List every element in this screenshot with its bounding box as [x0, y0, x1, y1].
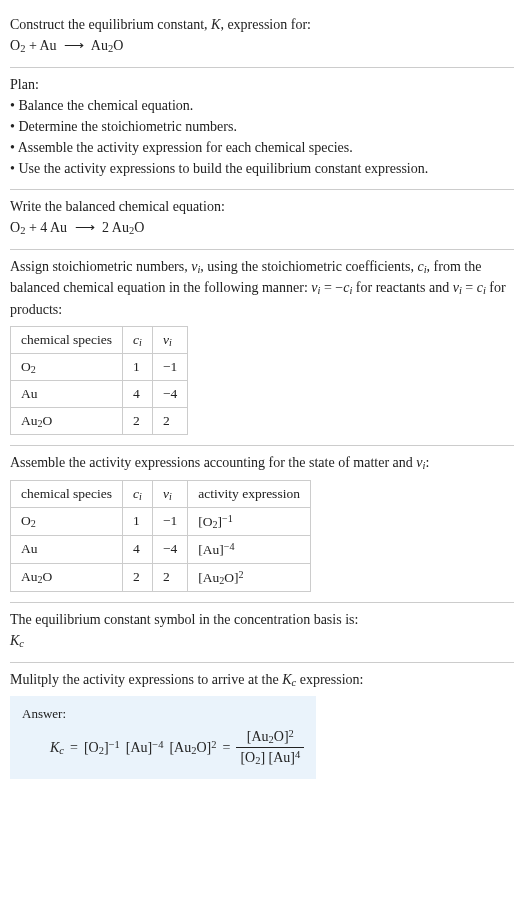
- question-equation: O2 + Au ⟶ Au2O: [10, 35, 514, 57]
- cell-ci: 4: [123, 535, 153, 563]
- cell-ci: 2: [123, 563, 153, 591]
- answer-box: Answer: Kc = [O2]−1 [Au]−4 [Au2O]2 = [Au…: [10, 696, 316, 779]
- symbol-K: K: [211, 17, 220, 32]
- question-section: Construct the equilibrium constant, K, e…: [10, 8, 514, 67]
- cell-nui: −1: [152, 354, 187, 381]
- col-activity: activity expression: [188, 480, 311, 507]
- table-row: Au 4 −4: [11, 381, 188, 408]
- reactant-O2: O2: [10, 38, 25, 53]
- Kc: Kc: [50, 740, 64, 756]
- reaction-arrow-icon: ⟶: [71, 220, 99, 235]
- answer-label: Answer:: [22, 706, 304, 722]
- rhs: 2 Au2O: [99, 220, 145, 235]
- table-row: Au 4 −4 [Au]−4: [11, 535, 311, 563]
- cell-activity: [Au]−4: [188, 535, 311, 563]
- stoich-table: chemical species ci νi O2 1 −1 Au 4 −4 A…: [10, 326, 188, 435]
- col-species: chemical species: [11, 327, 123, 354]
- balanced-equation: O2 + 4 Au ⟶ 2 Au2O: [10, 217, 514, 239]
- cell-species: O2: [11, 507, 123, 535]
- reaction-arrow-icon: ⟶: [60, 38, 88, 53]
- symbol-section: The equilibrium constant symbol in the c…: [10, 603, 514, 662]
- col-nui: νi: [152, 480, 187, 507]
- lhs: O2 + 4 Au: [10, 220, 71, 235]
- final-section: Mulitply the activity expressions to arr…: [10, 663, 514, 790]
- table-row: O2 1 −1 [O2]−1: [11, 507, 311, 535]
- cell-nui: −4: [152, 381, 187, 408]
- col-nui: νi: [152, 327, 187, 354]
- cell-species: Au2O: [11, 408, 123, 435]
- cell-activity: [Au2O]2: [188, 563, 311, 591]
- equals: =: [222, 740, 230, 756]
- table-row: O2 1 −1: [11, 354, 188, 381]
- plan-title: Plan:: [10, 74, 514, 95]
- cell-ci: 2: [123, 408, 153, 435]
- plan-section: Plan: • Balance the chemical equation. •…: [10, 68, 514, 189]
- cell-ci: 1: [123, 507, 153, 535]
- col-species: chemical species: [11, 480, 123, 507]
- balanced-title: Write the balanced chemical equation:: [10, 196, 514, 217]
- cell-species: Au: [11, 381, 123, 408]
- question-text-b: , expression for:: [220, 17, 311, 32]
- cell-species: O2: [11, 354, 123, 381]
- fraction: [Au2O]2 [O2] [Au]4: [236, 728, 304, 767]
- table-header-row: chemical species ci νi activity expressi…: [11, 480, 311, 507]
- term-Au: [Au]−4: [126, 739, 164, 756]
- symbol-Kc: Kc: [10, 630, 514, 652]
- cell-nui: −1: [152, 507, 187, 535]
- question-text-a: Construct the equilibrium constant,: [10, 17, 211, 32]
- balanced-section: Write the balanced chemical equation: O2…: [10, 190, 514, 249]
- plus-Au: + Au: [25, 38, 60, 53]
- equals: =: [70, 740, 78, 756]
- stoich-text: Assign stoichiometric numbers, νi, using…: [10, 256, 514, 321]
- plan-bullet-4: • Use the activity expressions to build …: [10, 158, 514, 179]
- stoich-section: Assign stoichiometric numbers, νi, using…: [10, 250, 514, 446]
- cell-nui: −4: [152, 535, 187, 563]
- table-row: Au2O 2 2: [11, 408, 188, 435]
- answer-equation: Kc = [O2]−1 [Au]−4 [Au2O]2 = [Au2O]2 [O2…: [22, 728, 304, 767]
- product-Au2O: Au2O: [88, 38, 123, 53]
- plan-bullet-2: • Determine the stoichiometric numbers.: [10, 116, 514, 137]
- table-header-row: chemical species ci νi: [11, 327, 188, 354]
- final-text: Mulitply the activity expressions to arr…: [10, 669, 514, 691]
- col-ci: ci: [123, 480, 153, 507]
- activity-table: chemical species ci νi activity expressi…: [10, 480, 311, 592]
- symbol-text: The equilibrium constant symbol in the c…: [10, 609, 514, 630]
- plan-bullet-1: • Balance the chemical equation.: [10, 95, 514, 116]
- question-line-1: Construct the equilibrium constant, K, e…: [10, 14, 514, 35]
- cell-ci: 1: [123, 354, 153, 381]
- table-row: Au2O 2 2 [Au2O]2: [11, 563, 311, 591]
- fraction-numerator: [Au2O]2: [243, 728, 298, 747]
- cell-activity: [O2]−1: [188, 507, 311, 535]
- plan-bullet-3: • Assemble the activity expression for e…: [10, 137, 514, 158]
- activity-section: Assemble the activity expressions accoun…: [10, 446, 514, 602]
- cell-species: Au2O: [11, 563, 123, 591]
- activity-text: Assemble the activity expressions accoun…: [10, 452, 514, 474]
- term-Au2O: [Au2O]2: [169, 739, 216, 756]
- term-O2: [O2]−1: [84, 739, 120, 756]
- cell-species: Au: [11, 535, 123, 563]
- cell-nui: 2: [152, 563, 187, 591]
- col-ci: ci: [123, 327, 153, 354]
- cell-nui: 2: [152, 408, 187, 435]
- fraction-denominator: [O2] [Au]4: [236, 747, 304, 767]
- cell-ci: 4: [123, 381, 153, 408]
